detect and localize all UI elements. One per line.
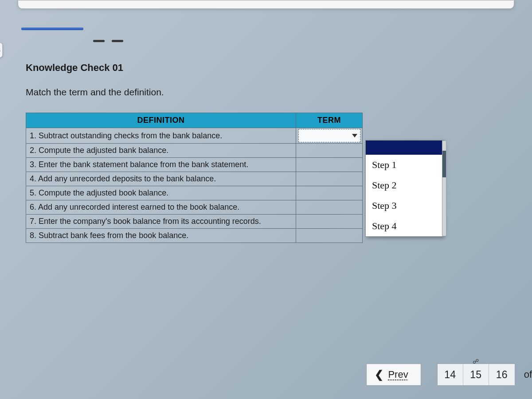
of-label: of xyxy=(515,369,532,380)
prev-label: Prev xyxy=(388,369,408,380)
table-row: 1. Subtract outstanding checks from the … xyxy=(26,128,363,144)
page-16[interactable]: 16 xyxy=(489,364,515,385)
definition-cell: 6. Add any unrecorded interest earned to… xyxy=(26,200,296,215)
page-14[interactable]: 14 xyxy=(438,364,463,385)
link-icon: ☍ xyxy=(473,358,479,365)
dropdown-option-step-2[interactable]: Step 2 xyxy=(366,175,443,196)
term-cell xyxy=(296,200,363,215)
dropdown-option-step-4[interactable]: Step 4 xyxy=(366,216,443,236)
scrollbar-thumb[interactable] xyxy=(442,151,446,177)
table-row: 7. Enter the company's book balance from… xyxy=(26,215,363,229)
definition-cell: 4. Add any unrecorded deposits to the ba… xyxy=(26,172,296,186)
term-cell xyxy=(296,172,363,186)
term-cell xyxy=(296,128,363,144)
term-cell xyxy=(296,158,363,172)
progress-bar-fragment xyxy=(21,27,83,30)
term-cell xyxy=(296,144,363,158)
left-tab-char: s xyxy=(0,47,0,53)
left-panel-tab[interactable]: s xyxy=(0,43,3,58)
dropdown-scrollbar[interactable] xyxy=(442,141,446,236)
definition-cell: 2. Compute the adjusted bank balance. xyxy=(26,144,296,158)
term-dropdown-row-1[interactable] xyxy=(298,129,360,142)
table-row: 3. Enter the bank statement balance from… xyxy=(26,158,363,172)
table-row: 6. Add any unrecorded interest earned to… xyxy=(26,200,363,215)
definition-cell: 1. Subtract outstanding checks from the … xyxy=(26,128,296,144)
definition-cell: 3. Enter the bank statement balance from… xyxy=(26,158,296,172)
matching-table: DEFINITION TERM 1. Subtract outstanding … xyxy=(26,113,363,243)
term-cell xyxy=(296,215,363,229)
table-row: 8. Subtract bank fees from the book bala… xyxy=(26,229,363,243)
page-15[interactable]: ☍ 15 xyxy=(463,364,489,385)
pagination-footer: ❮ Prev 14 ☍ 15 16 of xyxy=(366,364,532,386)
window-chrome-fragment xyxy=(18,0,514,9)
term-cell xyxy=(296,229,363,243)
term-dropdown-listbox[interactable]: Step 1 Step 2 Step 3 Step 4 xyxy=(365,140,443,237)
dropdown-option-blank[interactable] xyxy=(366,141,443,155)
table-row: 2. Compute the adjusted bank balance. xyxy=(26,144,363,158)
dropdown-option-step-3[interactable]: Step 3 xyxy=(366,196,443,216)
definition-cell: 7. Enter the company's book balance from… xyxy=(26,215,296,229)
question-instruction: Match the term and the definition. xyxy=(26,87,505,98)
prev-button[interactable]: ❮ Prev xyxy=(366,364,421,386)
definition-cell: 8. Subtract bank fees from the book bala… xyxy=(26,229,296,243)
term-header: TERM xyxy=(296,113,363,128)
dropdown-option-step-1[interactable]: Step 1 xyxy=(366,155,443,175)
chevron-down-icon xyxy=(352,134,357,137)
table-row: 4. Add any unrecorded deposits to the ba… xyxy=(26,172,363,186)
table-row: 5. Compute the adjusted book balance. xyxy=(26,186,363,200)
term-cell xyxy=(296,186,363,200)
decorative-dashes xyxy=(93,40,123,42)
definition-header: DEFINITION xyxy=(26,113,296,128)
page-15-label: 15 xyxy=(470,369,481,381)
chevron-left-icon: ❮ xyxy=(375,368,383,381)
knowledge-check-title: Knowledge Check 01 xyxy=(26,62,505,74)
definition-cell: 5. Compute the adjusted book balance. xyxy=(26,186,296,200)
page-number-group: 14 ☍ 15 16 xyxy=(437,364,515,386)
